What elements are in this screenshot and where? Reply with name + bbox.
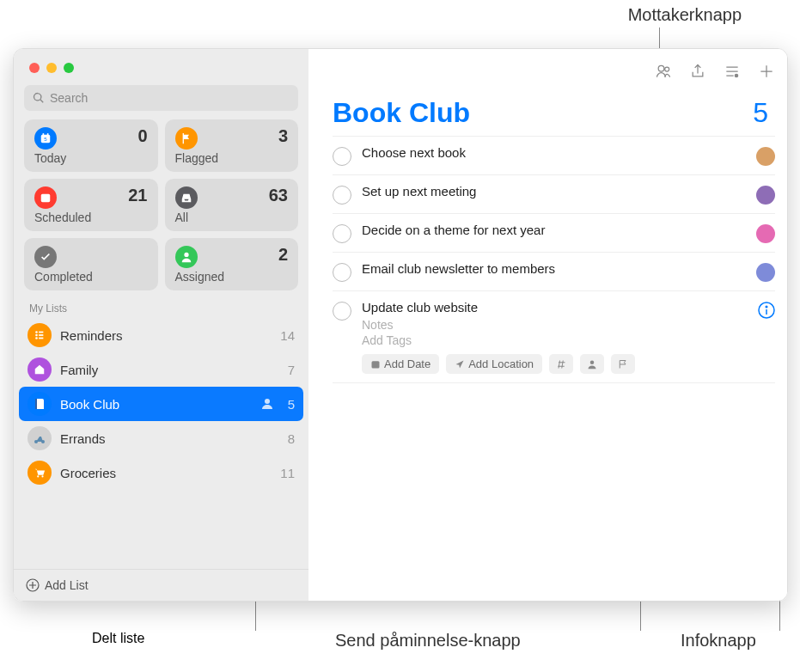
- reminder-add-tags[interactable]: Add Tags: [362, 333, 748, 347]
- svg-point-25: [766, 306, 767, 308]
- search-icon: [33, 92, 45, 104]
- smart-assigned-count: 2: [278, 245, 288, 265]
- main-panel: Book Club 5 Choose next book Set up next…: [308, 49, 787, 601]
- sidebar: Search 5 0 Today 3 Flagged 21 Scheduled …: [14, 49, 308, 601]
- assignee-avatar[interactable]: [756, 147, 775, 166]
- assignee-avatar[interactable]: [756, 263, 775, 282]
- svg-point-5: [184, 253, 188, 257]
- svg-rect-7: [39, 332, 43, 333]
- smart-flagged[interactable]: 3 Flagged: [165, 119, 299, 172]
- sidebar-item-count: 7: [288, 363, 295, 377]
- sidebar-item-count: 8: [288, 431, 295, 446]
- checkmark-icon: [34, 246, 57, 268]
- reminder-actions: Add Date Add Location: [362, 354, 748, 374]
- complete-toggle[interactable]: [333, 186, 351, 205]
- svg-rect-4: [41, 194, 51, 203]
- sidebar-item-reminders[interactable]: Reminders 14: [14, 318, 308, 352]
- flag-icon: [175, 127, 198, 150]
- calendar-icon: [34, 186, 57, 209]
- calendar-icon: [370, 359, 381, 370]
- my-lists-header: My Lists: [14, 290, 308, 318]
- smart-scheduled-count: 21: [128, 186, 147, 205]
- tag-button[interactable]: [549, 354, 573, 374]
- svg-point-6: [35, 331, 38, 333]
- sidebar-item-label: Book Club: [60, 397, 119, 412]
- sidebar-item-label: Family: [60, 363, 98, 377]
- complete-toggle[interactable]: [333, 147, 351, 166]
- house-icon: [27, 357, 52, 382]
- sidebar-item-errands[interactable]: Errands 8: [14, 421, 308, 455]
- assignee-avatar[interactable]: [756, 224, 775, 243]
- smart-today-count: 0: [137, 126, 147, 146]
- reminder-row[interactable]: Email club newsletter to members: [333, 253, 775, 291]
- svg-point-10: [35, 337, 38, 339]
- reminder-row[interactable]: Set up next meeting: [333, 175, 775, 214]
- add-location-button[interactable]: Add Location: [446, 354, 542, 374]
- my-lists: Reminders 14 Family 7 Book Club 5 Errand…: [14, 318, 308, 490]
- view-options-icon[interactable]: [724, 63, 741, 80]
- assignee-avatar[interactable]: [756, 186, 775, 205]
- person-icon: [587, 359, 597, 370]
- smart-flagged-label: Flagged: [175, 151, 289, 165]
- search-input[interactable]: Search: [24, 85, 298, 111]
- reminder-row[interactable]: Decide on a theme for next year: [333, 214, 775, 253]
- smart-today[interactable]: 5 0 Today: [24, 119, 158, 172]
- list-title: Book Club: [333, 97, 470, 129]
- shared-icon: [260, 397, 274, 411]
- traffic-lights: [14, 49, 308, 73]
- callout-bottom-right: Infoknapp: [681, 631, 756, 651]
- svg-point-13: [265, 399, 270, 404]
- add-list-button[interactable]: Add List: [14, 569, 308, 601]
- zoom-button[interactable]: [64, 63, 74, 73]
- svg-point-19: [658, 65, 664, 71]
- minimize-button[interactable]: [46, 63, 57, 73]
- add-date-button[interactable]: Add Date: [362, 354, 439, 374]
- sidebar-item-label: Groceries: [60, 466, 116, 480]
- svg-point-8: [35, 334, 38, 337]
- smart-all[interactable]: 63 All: [165, 179, 299, 231]
- share-icon[interactable]: [689, 63, 706, 80]
- sidebar-item-bookclub[interactable]: Book Club 5: [19, 387, 303, 421]
- complete-toggle[interactable]: [333, 302, 351, 321]
- reminders-list: Choose next book Set up next meeting Dec…: [308, 136, 787, 383]
- reminder-row[interactable]: Choose next book: [333, 136, 775, 175]
- flag-icon: [618, 359, 628, 370]
- reminder-row[interactable]: Update club website Notes Add Tags Add D…: [333, 291, 775, 383]
- smart-assigned[interactable]: 2 Assigned: [165, 238, 299, 290]
- sidebar-item-label: Reminders: [60, 328, 123, 343]
- sidebar-item-label: Errands: [60, 431, 106, 446]
- flag-button[interactable]: [611, 354, 635, 374]
- reminder-title: Choose next book: [362, 145, 746, 160]
- complete-toggle[interactable]: [333, 224, 351, 243]
- reminder-title: Email club newsletter to members: [362, 261, 746, 276]
- assign-button[interactable]: [580, 354, 604, 374]
- toolbar: [308, 49, 787, 87]
- smart-scheduled[interactable]: 21 Scheduled: [24, 179, 158, 231]
- smart-today-label: Today: [34, 151, 148, 165]
- close-button[interactable]: [29, 63, 40, 73]
- add-list-label: Add List: [45, 578, 89, 592]
- reminder-notes-placeholder[interactable]: Notes: [362, 318, 748, 332]
- svg-rect-9: [39, 334, 43, 336]
- sidebar-item-groceries[interactable]: Groceries 11: [14, 455, 308, 490]
- svg-point-16: [37, 475, 39, 477]
- scooter-icon: [27, 426, 52, 450]
- svg-rect-11: [39, 338, 43, 339]
- search-placeholder: Search: [50, 91, 88, 105]
- svg-point-20: [665, 67, 669, 71]
- callout-top-right: Mottakerknapp: [628, 5, 742, 25]
- smart-assigned-label: Assigned: [175, 270, 289, 284]
- svg-point-23: [590, 360, 595, 364]
- list-count: 5: [753, 97, 768, 129]
- sidebar-item-count: 5: [288, 397, 295, 412]
- info-button[interactable]: [758, 302, 775, 319]
- smart-completed[interactable]: Completed: [24, 238, 158, 290]
- sidebar-item-family[interactable]: Family 7: [14, 352, 308, 387]
- app-window: Search 5 0 Today 3 Flagged 21 Scheduled …: [13, 48, 788, 602]
- cart-icon: [27, 461, 52, 485]
- complete-toggle[interactable]: [333, 263, 351, 282]
- hash-icon: [556, 359, 566, 370]
- collaborate-icon[interactable]: [655, 63, 672, 80]
- add-reminder-icon[interactable]: [758, 63, 775, 80]
- svg-rect-12: [35, 399, 37, 409]
